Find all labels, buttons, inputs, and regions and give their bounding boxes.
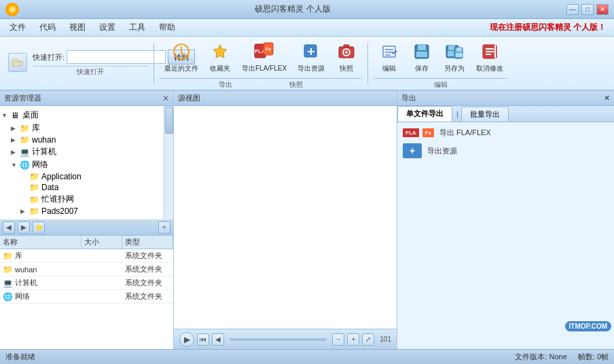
zoom-out-button[interactable]: −	[332, 333, 344, 346]
back-step-button[interactable]: ◀	[212, 333, 224, 346]
nav-back-button[interactable]: ◀	[3, 221, 15, 234]
menu-help[interactable]: 帮助	[152, 20, 182, 35]
file-icon-0: 📁	[3, 251, 13, 261]
export-fla-label: 导出 FLA/FLEX	[439, 128, 491, 138]
export-res-icon: +	[403, 143, 422, 158]
save-button[interactable]: 保存	[406, 37, 437, 77]
maximize-button[interactable]: □	[581, 4, 594, 15]
close-button[interactable]: ✕	[596, 4, 609, 15]
tab-single-export[interactable]: 单文件导出	[397, 106, 452, 122]
resource-manager-close[interactable]: ✕	[162, 94, 169, 103]
computer-label: 计算机	[32, 146, 56, 158]
tree-item-data[interactable]: 📁 Data	[0, 182, 164, 193]
folder-pads-icon: 📁	[29, 206, 39, 216]
file-list-area: 名称 大小 类型 📁 库 系统文件夹 📁 wuhan	[0, 236, 173, 349]
file-row-3[interactable]: 🌐 网络 系统文件夹	[0, 290, 173, 304]
nav-forward-button[interactable]: ▶	[18, 221, 30, 234]
bookmarks-icon	[209, 41, 231, 62]
nav-favorite-button[interactable]: ⭐	[33, 221, 45, 234]
desktop-icon: 🖥	[10, 111, 20, 120]
tree-item-wangpu[interactable]: 📁 忙谁扑网	[0, 193, 164, 206]
fit-icon: ⤢	[365, 335, 371, 343]
pads-label: Pads2007	[41, 206, 78, 216]
back-start-button[interactable]: ⏮	[197, 333, 209, 346]
wangpu-label: 忙谁扑网	[41, 194, 74, 205]
arrow-pads: ▶	[20, 208, 29, 215]
register-notice[interactable]: 现在注册硕思闪客精灵 个人版！	[490, 22, 611, 33]
tree-item-ku[interactable]: ▶ 📁 库	[0, 122, 164, 134]
tree-item-application[interactable]: 📁 Application	[0, 171, 164, 182]
zoom-in-button[interactable]: +	[347, 333, 359, 346]
toolbar: 🗁 快速打开: 转到 快速打开 最近的文件	[0, 37, 614, 91]
export-close[interactable]: ✕	[604, 94, 610, 103]
file-icon-2: 💻	[3, 278, 13, 288]
edit-group-label: 编辑	[374, 78, 508, 90]
window-controls: — □ ✕	[566, 4, 609, 15]
frame-label: 帧数: 0帧	[578, 352, 609, 362]
svg-rect-12	[344, 45, 349, 48]
nav-add-button[interactable]: +	[158, 221, 170, 234]
desktop-label: 桌面	[22, 109, 39, 121]
right-panel: 导出 ✕ 单文件导出 | 批量导出 FLA Fx 导出 FLA/FLEX + 导…	[397, 91, 614, 349]
quickopen-input[interactable]	[67, 50, 166, 64]
menu-view[interactable]: 视图	[62, 20, 92, 35]
wuhan-label: wuhan	[32, 135, 56, 145]
resource-manager-title: 资源管理器	[4, 93, 41, 103]
tree-item-xxxxx[interactable]: 📁 xxxxx	[0, 217, 164, 219]
saveas-button[interactable]: 另存为	[439, 37, 470, 77]
quick-snapshot-button[interactable]: 快照	[331, 37, 362, 77]
export-fla-icon: FLA Fx	[253, 41, 275, 62]
source-view-header: 源视图	[174, 91, 397, 106]
file-row-1[interactable]: 📁 wuhan 系统文件夹	[0, 263, 173, 276]
play-button[interactable]: ▶	[179, 332, 194, 347]
middle-panel: 源视图 ▶ ⏮ ◀ − + ⤢ 101	[174, 91, 397, 349]
tree-item-computer[interactable]: ▶ 💻 计算机	[0, 145, 164, 158]
svg-point-11	[345, 51, 348, 54]
folder-ku-icon: 📁	[19, 124, 30, 133]
file-name-0: 📁 库	[0, 251, 82, 261]
tab-batch-export[interactable]: 批量导出	[461, 107, 509, 122]
undo-label: 取消修改	[476, 64, 503, 73]
file-row-0[interactable]: 📁 库 系统文件夹	[0, 249, 173, 263]
arrow-xxxxx	[20, 219, 29, 219]
menu-tools[interactable]: 工具	[122, 20, 152, 35]
status-right: 文件版本: None 帧数: 0帧	[515, 352, 609, 362]
export-res-icon	[300, 41, 322, 62]
edit-button[interactable]: 编辑	[374, 37, 405, 77]
file-type-1: 系统文件夹	[122, 264, 173, 274]
app-logo: ◎	[5, 3, 19, 16]
folder-wangpu-icon: 📁	[29, 195, 39, 204]
arrow-computer: ▶	[11, 149, 19, 156]
tree-item-wuhan[interactable]: ▶ 📁 wuhan	[0, 134, 164, 145]
xxxxx-label: xxxxx	[41, 217, 62, 219]
undo-button[interactable]: 取消修改	[471, 37, 508, 77]
file-type-3: 系统文件夹	[122, 291, 173, 302]
menu-file[interactable]: 文件	[3, 20, 33, 35]
file-row-2[interactable]: 💻 计算机 系统文件夹	[0, 276, 173, 290]
file-list-header: 名称 大小 类型	[0, 236, 173, 249]
bookmarks-label: 收藏夹	[210, 64, 230, 73]
tree-item-desktop[interactable]: ▼ 🖥 桌面	[0, 109, 164, 122]
edit-icon	[378, 41, 400, 62]
tab-separator: |	[454, 108, 461, 120]
tree-item-pads[interactable]: ▶ 📁 Pads2007	[0, 206, 164, 217]
fla-badge: FLA	[403, 128, 419, 137]
network-label: 网络	[32, 159, 48, 170]
export-header: 导出 ✕	[397, 91, 614, 106]
timeline-slider[interactable]	[230, 338, 327, 341]
edit-label: 编辑	[382, 64, 396, 73]
bookmarks-button[interactable]: 收藏夹	[204, 37, 236, 77]
fit-button[interactable]: ⤢	[362, 333, 374, 346]
status-bar: 准备就绪 文件版本: None 帧数: 0帧	[0, 349, 614, 364]
menu-code[interactable]: 代码	[33, 20, 62, 35]
file-type-2: 系统文件夹	[122, 278, 173, 288]
tree-item-network[interactable]: ▼ 🌐 网络	[0, 158, 164, 171]
recent-files-button[interactable]: 最近的文件	[160, 37, 203, 77]
export-fla-button[interactable]: FLA Fx 导出FLA/FLEX	[237, 37, 291, 77]
minimize-button[interactable]: —	[566, 4, 579, 15]
arrow-data	[20, 184, 29, 191]
tree-scrollbar-thumb[interactable]	[165, 107, 173, 134]
menu-settings[interactable]: 设置	[92, 20, 122, 35]
tree-scrollbar[interactable]	[164, 106, 173, 219]
export-res-button[interactable]: 导出资源	[293, 37, 329, 77]
